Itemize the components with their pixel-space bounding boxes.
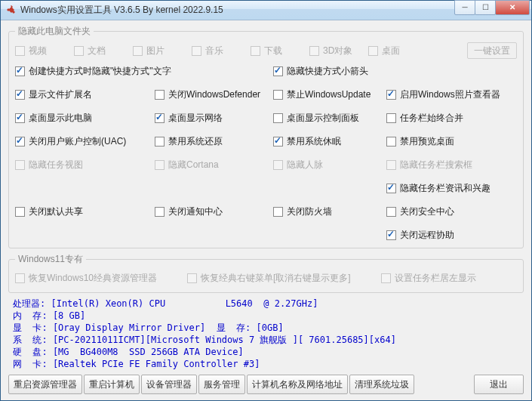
option-checkbox[interactable]: 禁用系统还原	[155, 135, 273, 148]
close-button[interactable]: ✕	[495, 0, 530, 15]
checkbox-icon	[386, 137, 396, 147]
option-label: 隐藏任务栏搜索框	[400, 159, 472, 171]
folder-checkbox: 图片	[133, 45, 192, 57]
option-checkbox: 隐藏任务栏搜索框	[386, 159, 511, 171]
option-checkbox[interactable]: 关闭通知中心	[155, 205, 273, 218]
option-checkbox[interactable]: 关闭默认共享	[15, 205, 155, 218]
checkbox-icon	[386, 230, 396, 240]
option-label: 创建快捷方式时隐藏"快捷方式"文字	[29, 65, 171, 78]
option-checkbox[interactable]: 隐藏快捷方式小箭头	[273, 65, 386, 78]
content-area: 隐藏此电脑文件夹 视频文档图片音乐下载3D对象桌面一键设置 创建快捷方式时隐藏"…	[1, 20, 531, 400]
checkbox-icon	[273, 113, 283, 123]
option-checkbox[interactable]: 关闭防火墙	[273, 205, 386, 218]
hide-folders-legend: 隐藏此电脑文件夹	[15, 25, 94, 38]
option-checkbox[interactable]: 禁用系统休眠	[273, 135, 386, 148]
option-checkbox[interactable]: 关闭远程协助	[386, 229, 511, 242]
win11-opt-contextmenu: 恢复经典右键菜单[取消右键显示更多]	[187, 272, 351, 285]
option-label: 桌面显示网络	[168, 112, 223, 125]
option-checkbox: 隐藏Cortana	[155, 159, 273, 171]
minimize-button[interactable]: ─	[454, 0, 475, 15]
checkbox-icon	[381, 273, 391, 283]
folder-checkbox: 3D对象	[309, 45, 368, 57]
option-label: 任务栏始终合并	[400, 112, 463, 125]
checkbox-icon	[15, 137, 25, 147]
option-checkbox[interactable]: 桌面显示控制面板	[273, 112, 386, 125]
checkbox-icon	[273, 66, 283, 76]
folder-label: 图片	[146, 45, 165, 57]
checkbox-icon	[133, 46, 143, 56]
checkbox-icon	[15, 273, 25, 283]
option-checkbox[interactable]: 关闭安全中心	[386, 205, 511, 218]
option-checkbox[interactable]: 桌面显示此电脑	[15, 112, 155, 125]
clean-trash-button[interactable]: 清理系统垃圾	[349, 375, 414, 394]
option-checkbox[interactable]: 启用Windows照片查看器	[386, 88, 511, 101]
option-label: 启用Windows照片查看器	[400, 88, 500, 101]
option-label: 禁用预览桌面	[400, 135, 454, 148]
checkbox-icon	[74, 46, 84, 56]
folder-checkbox: 下载	[251, 45, 309, 57]
checkbox-icon	[273, 207, 283, 217]
option-label: 隐藏Cortana	[168, 159, 219, 171]
hide-folders-group: 隐藏此电脑文件夹 视频文档图片音乐下载3D对象桌面一键设置 创建快捷方式时隐藏"…	[8, 25, 524, 248]
folder-checkbox: 文档	[74, 45, 133, 57]
option-checkbox[interactable]: 禁用预览桌面	[386, 135, 511, 148]
folder-label: 下载	[264, 45, 282, 57]
checkbox-icon	[155, 113, 165, 123]
folder-checkbox: 桌面	[368, 45, 427, 57]
bottom-toolbar: 重启资源管理器 重启计算机 设备管理器 服务管理 计算机名称及网络地址 清理系统…	[8, 373, 524, 394]
folder-label: 视频	[29, 45, 47, 57]
option-checkbox[interactable]: 显示文件扩展名	[15, 88, 155, 101]
maximize-button[interactable]: ☐	[475, 0, 496, 15]
folder-checkbox: 视频	[15, 45, 74, 57]
checkbox-icon	[309, 46, 319, 56]
option-label: 关闭安全中心	[400, 205, 454, 218]
service-manager-button[interactable]: 服务管理	[198, 375, 245, 394]
checkbox-icon	[15, 113, 25, 123]
one-key-set-button: 一键设置	[467, 42, 517, 59]
option-checkbox[interactable]: 关闭用户账户控制(UAC)	[15, 135, 155, 148]
option-checkbox[interactable]: 隐藏任务栏资讯和兴趣	[386, 182, 511, 195]
checkbox-icon	[15, 90, 25, 100]
restart-explorer-button[interactable]: 重启资源管理器	[8, 375, 82, 394]
window-title: Windows实用设置工具 V3.6.5 By kernel 2022.9.15	[20, 4, 455, 17]
checkbox-icon	[386, 184, 396, 193]
option-checkbox: 隐藏任务视图	[15, 159, 155, 171]
device-manager-button[interactable]: 设备管理器	[141, 375, 197, 394]
checkbox-icon	[273, 137, 283, 147]
option-checkbox[interactable]: 桌面显示网络	[155, 112, 273, 125]
option-label: 隐藏快捷方式小箭头	[287, 65, 368, 78]
folder-label: 文档	[88, 45, 106, 57]
checkbox-icon	[192, 46, 201, 56]
checkbox-icon	[386, 90, 396, 100]
checkbox-icon	[273, 90, 283, 100]
checkbox-icon	[273, 160, 283, 170]
pc-name-net-button[interactable]: 计算机名称及网络地址	[247, 375, 348, 394]
system-info: 处理器: [Intel(R) Xeon(R) CPU L5640 @ 2.27G…	[8, 295, 524, 373]
checkbox-icon	[155, 90, 165, 100]
folder-label: 桌面	[382, 45, 400, 57]
option-checkbox[interactable]: 创建快捷方式时隐藏"快捷方式"文字	[15, 65, 273, 78]
titlebar[interactable]: Windows实用设置工具 V3.6.5 By kernel 2022.9.15…	[1, 1, 531, 20]
option-label: 禁用系统还原	[168, 135, 223, 148]
checkbox-icon	[15, 66, 25, 76]
restart-pc-button[interactable]: 重启计算机	[84, 375, 140, 394]
checkbox-icon	[15, 160, 25, 170]
win11-opt-explorer: 恢复Windows10经典资源管理器	[15, 272, 157, 285]
option-label: 关闭WindowsDefender	[168, 88, 260, 101]
option-checkbox[interactable]: 关闭WindowsDefender	[155, 88, 273, 101]
option-checkbox[interactable]: 禁止WindowsUpdate	[273, 88, 386, 101]
option-label: 隐藏人脉	[287, 159, 323, 171]
checkbox-icon	[155, 207, 165, 217]
option-label: 关闭用户账户控制(UAC)	[29, 135, 126, 148]
option-label: 关闭远程协助	[400, 229, 454, 242]
option-label: 禁用系统休眠	[287, 135, 341, 148]
option-label: 禁止WindowsUpdate	[287, 88, 371, 101]
exit-button[interactable]: 退出	[474, 375, 524, 394]
option-checkbox[interactable]: 任务栏始终合并	[386, 112, 511, 125]
option-label: 桌面显示此电脑	[29, 112, 92, 125]
win11-opt-taskbar-left: 设置任务栏居左显示	[381, 272, 476, 285]
checkbox-icon	[15, 207, 25, 217]
option-label: 显示文件扩展名	[29, 88, 92, 101]
option-label: 桌面显示控制面板	[287, 112, 359, 125]
app-icon	[5, 5, 17, 17]
